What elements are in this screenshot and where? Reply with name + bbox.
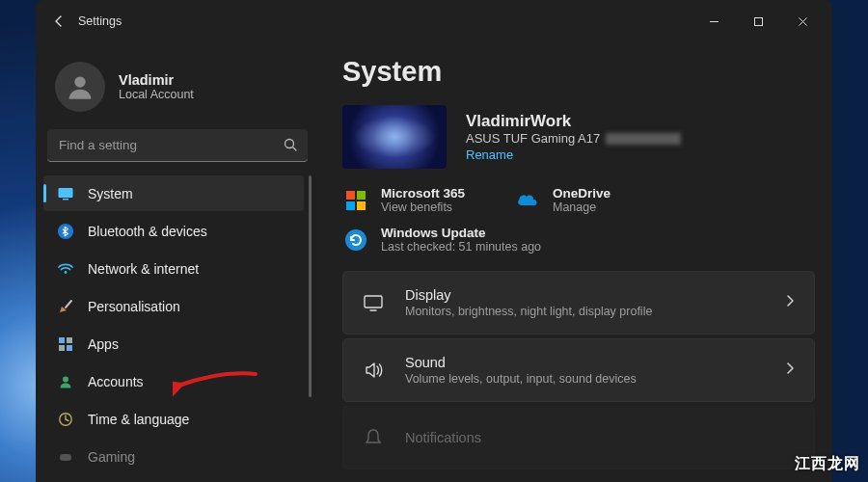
onedrive-icon xyxy=(514,187,541,214)
settings-window: Settings Vladimir Local Account xyxy=(36,0,832,482)
tile-microsoft365[interactable]: Microsoft 365 View benefits xyxy=(342,186,502,214)
sidebar-item-label: Time & language xyxy=(88,412,189,427)
sidebar-item-label: Apps xyxy=(88,336,119,352)
svg-point-1 xyxy=(74,76,85,87)
svg-rect-4 xyxy=(63,199,68,200)
card-sub: Monitors, brightness, night light, displ… xyxy=(405,305,764,318)
sidebar-item-network[interactable]: Network & internet xyxy=(43,251,304,286)
profile-name: Vladimir xyxy=(119,72,194,88)
tile-windows-update[interactable]: Windows Update Last checked: 51 minutes … xyxy=(342,226,815,254)
tile-sub: Last checked: 51 minutes ago xyxy=(381,240,541,254)
sidebar-item-accounts[interactable]: Accounts xyxy=(43,363,304,399)
apps-icon xyxy=(57,335,74,353)
tile-title: Windows Update xyxy=(381,226,541,240)
avatar xyxy=(55,62,105,112)
svg-rect-14 xyxy=(346,191,355,200)
bell-icon xyxy=(361,427,386,448)
svg-rect-16 xyxy=(346,201,355,210)
sidebar-item-bluetooth[interactable]: Bluetooth & devices xyxy=(43,213,304,249)
sidebar-nav: System Bluetooth & devices Network & int… xyxy=(43,175,312,474)
svg-rect-0 xyxy=(754,17,762,25)
card-display[interactable]: Display Monitors, brightness, night ligh… xyxy=(342,271,815,335)
sidebar-item-label: Bluetooth & devices xyxy=(88,224,207,239)
search-icon xyxy=(283,137,298,156)
svg-rect-15 xyxy=(357,191,366,200)
settings-cards: Display Monitors, brightness, night ligh… xyxy=(342,271,815,469)
sidebar-item-apps[interactable]: Apps xyxy=(43,326,304,362)
window-controls xyxy=(692,6,825,37)
microsoft-logo-icon xyxy=(342,187,369,214)
sidebar-item-label: System xyxy=(88,186,133,201)
svg-point-18 xyxy=(345,229,366,251)
sidebar-item-label: Personalisation xyxy=(88,299,180,314)
sidebar-item-label: Gaming xyxy=(88,449,135,465)
tile-sub: View benefits xyxy=(381,201,465,214)
search-box xyxy=(47,129,308,162)
sidebar: Vladimir Local Account System xyxy=(36,42,315,482)
sidebar-item-time[interactable]: Time & language xyxy=(43,401,304,437)
status-tiles: Microsoft 365 View benefits OneDrive Man… xyxy=(342,186,815,254)
card-title: Sound xyxy=(405,355,764,370)
tile-onedrive[interactable]: OneDrive Manage xyxy=(514,186,674,214)
svg-rect-13 xyxy=(60,454,71,461)
card-title: Notifications xyxy=(405,430,797,445)
svg-rect-9 xyxy=(59,345,65,351)
update-icon xyxy=(342,227,369,254)
sidebar-item-system[interactable]: System xyxy=(43,175,304,211)
svg-rect-17 xyxy=(357,201,366,210)
svg-rect-10 xyxy=(67,345,72,351)
sidebar-item-label: Accounts xyxy=(88,374,144,389)
back-button[interactable] xyxy=(43,6,74,37)
device-block: VladimirWork ASUS TUF Gaming A17 Rename xyxy=(342,105,815,169)
titlebar: Settings xyxy=(36,0,832,42)
search-input[interactable] xyxy=(47,129,308,162)
svg-rect-8 xyxy=(67,337,72,343)
window-title: Settings xyxy=(78,14,122,28)
bluetooth-icon xyxy=(57,223,74,240)
clock-globe-icon xyxy=(57,411,74,428)
chevron-right-icon xyxy=(783,362,797,379)
sidebar-item-personalisation[interactable]: Personalisation xyxy=(43,288,304,324)
page-title: System xyxy=(342,56,815,88)
rename-link[interactable]: Rename xyxy=(466,147,681,162)
maximize-button[interactable] xyxy=(736,6,780,37)
card-sub: Volume levels, output, input, sound devi… xyxy=(405,372,764,386)
device-name: VladimirWork xyxy=(466,112,681,131)
tile-title: OneDrive xyxy=(553,186,610,201)
svg-point-11 xyxy=(63,376,68,382)
tile-sub: Manage xyxy=(553,201,610,214)
close-button[interactable] xyxy=(780,6,825,37)
main-panel: System VladimirWork ASUS TUF Gaming A17 … xyxy=(315,42,832,482)
svg-rect-19 xyxy=(365,296,382,308)
profile-block[interactable]: Vladimir Local Account xyxy=(43,50,312,129)
card-title: Display xyxy=(405,287,764,303)
sidebar-scrollbar[interactable] xyxy=(309,175,312,397)
card-notifications[interactable]: Notifications xyxy=(342,406,815,469)
display-icon xyxy=(57,185,74,202)
sidebar-item-gaming[interactable]: Gaming xyxy=(43,439,304,474)
tile-title: Microsoft 365 xyxy=(381,186,465,201)
person-icon xyxy=(57,373,74,390)
gaming-icon xyxy=(57,448,74,466)
sound-icon xyxy=(361,360,386,381)
card-sound[interactable]: Sound Volume levels, output, input, soun… xyxy=(342,338,815,402)
profile-sub: Local Account xyxy=(119,88,194,101)
watermark: 江西龙网 xyxy=(795,454,860,474)
svg-point-2 xyxy=(285,140,294,148)
sidebar-item-label: Network & internet xyxy=(88,261,199,277)
wifi-icon xyxy=(57,260,74,278)
brush-icon xyxy=(57,298,74,315)
svg-rect-3 xyxy=(59,188,73,198)
svg-point-6 xyxy=(65,271,68,274)
redacted-text xyxy=(606,133,681,145)
device-model: ASUS TUF Gaming A17 xyxy=(466,131,681,146)
device-thumbnail[interactable] xyxy=(342,105,447,169)
display-icon xyxy=(361,292,386,313)
chevron-right-icon xyxy=(783,294,797,311)
minimize-button[interactable] xyxy=(692,6,736,37)
svg-rect-7 xyxy=(59,337,65,343)
